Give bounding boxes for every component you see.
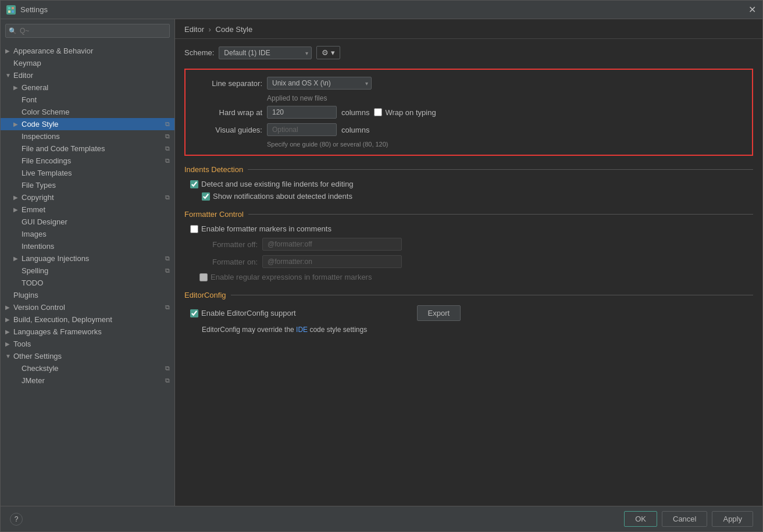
- dialog-buttons: OK Cancel Apply: [624, 511, 753, 527]
- visual-guides-input[interactable]: [267, 123, 337, 136]
- sidebar-item-live-templates[interactable]: Live Templates: [1, 167, 174, 179]
- sidebar-item-code-style[interactable]: ▶ Code Style ⧉: [1, 118, 174, 130]
- formatter-on-input: [262, 255, 402, 268]
- formatter-control-section: Formatter Control Enable formatter marke…: [184, 210, 753, 281]
- sidebar-item-jmeter[interactable]: JMeter ⧉: [1, 374, 174, 387]
- sidebar: 🔍 ▶ Appearance & Behavior Keymap ▼ Edito…: [1, 19, 175, 506]
- section-divider: [248, 169, 753, 170]
- copy-icon: ⧉: [165, 133, 170, 140]
- sidebar-item-file-encodings[interactable]: File Encodings ⧉: [1, 155, 174, 167]
- indents-header: Indents Detection: [184, 165, 753, 174]
- arrow-icon: ▶: [5, 316, 13, 323]
- ok-button[interactable]: OK: [624, 511, 657, 527]
- show-notifications-label[interactable]: Show notifications about detected indent…: [202, 192, 753, 201]
- line-separator-select[interactable]: Unix and OS X (\n) Windows (\r\n) Classi…: [267, 77, 372, 90]
- copy-icon: ⧉: [165, 255, 170, 262]
- arrow-icon: ▶: [5, 48, 13, 54]
- enable-editorconfig-label[interactable]: Enable EditorConfig support: [190, 309, 296, 317]
- sidebar-item-emmet[interactable]: ▶ Emmet: [1, 203, 174, 216]
- enable-regex-label: Enable regular expressions in formatter …: [199, 273, 753, 281]
- enable-editorconfig-text: Enable EditorConfig support: [201, 309, 296, 317]
- sidebar-item-font[interactable]: Font: [1, 94, 174, 106]
- sidebar-item-languages[interactable]: ▶ Languages & Frameworks: [1, 326, 174, 338]
- sidebar-item-color-scheme[interactable]: Color Scheme: [1, 106, 174, 118]
- sidebar-item-appearance[interactable]: ▶ Appearance & Behavior: [1, 45, 174, 57]
- enable-markers-text: Enable formatter markers in comments: [201, 224, 331, 233]
- help-button[interactable]: ?: [10, 513, 23, 526]
- svg-rect-1: [12, 7, 14, 9]
- search-input[interactable]: [5, 24, 170, 38]
- show-notifications-checkbox[interactable]: [202, 192, 210, 201]
- show-notifications-row: Show notifications about detected indent…: [190, 192, 753, 201]
- sidebar-item-inspections[interactable]: Inspections ⧉: [1, 130, 174, 142]
- show-notifications-text: Show notifications about detected indent…: [213, 192, 352, 201]
- cancel-button[interactable]: Cancel: [662, 511, 707, 527]
- sidebar-item-images[interactable]: Images: [1, 228, 174, 240]
- export-button[interactable]: Export: [417, 305, 461, 321]
- wrap-on-typing-checkbox[interactable]: [374, 108, 382, 116]
- detect-indents-label[interactable]: Detect and use existing file indents for…: [190, 180, 753, 188]
- visual-guides-suffix: columns: [341, 126, 369, 134]
- wrap-on-typing-label[interactable]: Wrap on typing: [374, 108, 436, 117]
- section-divider: [231, 295, 753, 295]
- applied-hint: Applied to new files: [267, 94, 745, 102]
- formatter-off-row: Formatter off:: [190, 238, 753, 251]
- sidebar-item-file-code-templates[interactable]: File and Code Templates ⧉: [1, 142, 174, 155]
- arrow-icon: ▶: [13, 84, 22, 91]
- sidebar-item-tools[interactable]: ▶ Tools: [1, 338, 174, 350]
- copy-icon: ⧉: [165, 145, 170, 152]
- bottom-bar: ? OK Cancel Apply: [1, 506, 762, 531]
- sidebar-item-gui-designer[interactable]: GUI Designer: [1, 216, 174, 228]
- enable-markers-checkbox[interactable]: [190, 225, 198, 233]
- sidebar-item-keymap[interactable]: Keymap: [1, 57, 174, 69]
- enable-regex-checkbox: [199, 273, 208, 281]
- scheme-label: Scheme:: [184, 48, 214, 57]
- enable-markers-row: Enable formatter markers in comments: [190, 224, 753, 233]
- enable-editorconfig-checkbox[interactable]: [190, 309, 198, 317]
- arrow-icon: ▶: [13, 194, 22, 201]
- scheme-select-wrap: Default (1) IDEProject ▾: [219, 47, 312, 59]
- search-icon: 🔍: [9, 27, 17, 35]
- arrow-icon: ▶: [13, 255, 22, 262]
- sidebar-item-checkstyle[interactable]: Checkstyle ⧉: [1, 362, 174, 374]
- sidebar-item-version-control[interactable]: ▶ Version Control ⧉: [1, 301, 174, 313]
- sidebar-item-editor[interactable]: ▼ Editor: [1, 69, 174, 81]
- breadcrumb: Editor › Code Style: [175, 19, 762, 39]
- editorconfig-ide-link[interactable]: IDE: [296, 326, 308, 334]
- enable-markers-label[interactable]: Enable formatter markers in comments: [190, 224, 753, 233]
- gear-button[interactable]: ⚙ ▾: [316, 46, 340, 59]
- sidebar-item-language-injections[interactable]: ▶ Language Injections ⧉: [1, 252, 174, 265]
- sidebar-item-intentions[interactable]: Intentions: [1, 240, 174, 252]
- close-button[interactable]: ✕: [747, 5, 757, 15]
- sidebar-item-build-exec[interactable]: ▶ Build, Execution, Deployment: [1, 313, 174, 326]
- sidebar-item-plugins[interactable]: Plugins: [1, 289, 174, 301]
- line-separator-select-wrap: Unix and OS X (\n) Windows (\r\n) Classi…: [267, 77, 372, 90]
- detect-indents-checkbox[interactable]: [190, 180, 198, 188]
- formatter-title: Formatter Control: [184, 210, 244, 219]
- sidebar-item-file-types[interactable]: File Types: [1, 179, 174, 191]
- enable-regex-text: Enable regular expressions in formatter …: [211, 273, 372, 281]
- sidebar-item-other-settings[interactable]: ▼ Other Settings: [1, 350, 174, 362]
- formatter-off-input: [262, 238, 402, 251]
- breadcrumb-part1: Editor: [184, 25, 204, 34]
- breadcrumb-part2: Code Style: [216, 25, 253, 34]
- arrow-icon: ▶: [5, 329, 13, 335]
- svg-rect-2: [8, 10, 10, 13]
- detect-checkbox-row: Detect and use existing file indents for…: [190, 180, 753, 188]
- hard-wrap-label: Hard wrap at: [192, 108, 262, 117]
- editorconfig-note-prefix: EditorConfig may override the: [202, 326, 296, 334]
- wrap-on-typing-text: Wrap on typing: [385, 108, 436, 117]
- apply-button[interactable]: Apply: [712, 511, 753, 527]
- sidebar-item-todo[interactable]: TODO: [1, 277, 174, 289]
- arrow-icon: ▼: [5, 72, 13, 78]
- sidebar-item-copyright[interactable]: ▶ Copyright ⧉: [1, 191, 174, 203]
- visual-guides-label: Visual guides:: [192, 126, 262, 134]
- enable-regex-row: Enable regular expressions in formatter …: [190, 273, 753, 281]
- arrow-icon: ▼: [5, 353, 13, 359]
- copy-icon: ⧉: [165, 267, 170, 274]
- sidebar-item-general[interactable]: ▶ General: [1, 81, 174, 94]
- settings-window: Settings ✕ 🔍 ▶ Appearance & Behavior Key…: [0, 0, 763, 532]
- hard-wrap-input[interactable]: [267, 106, 337, 119]
- sidebar-item-spelling[interactable]: Spelling ⧉: [1, 265, 174, 277]
- scheme-select[interactable]: Default (1) IDEProject: [219, 47, 312, 59]
